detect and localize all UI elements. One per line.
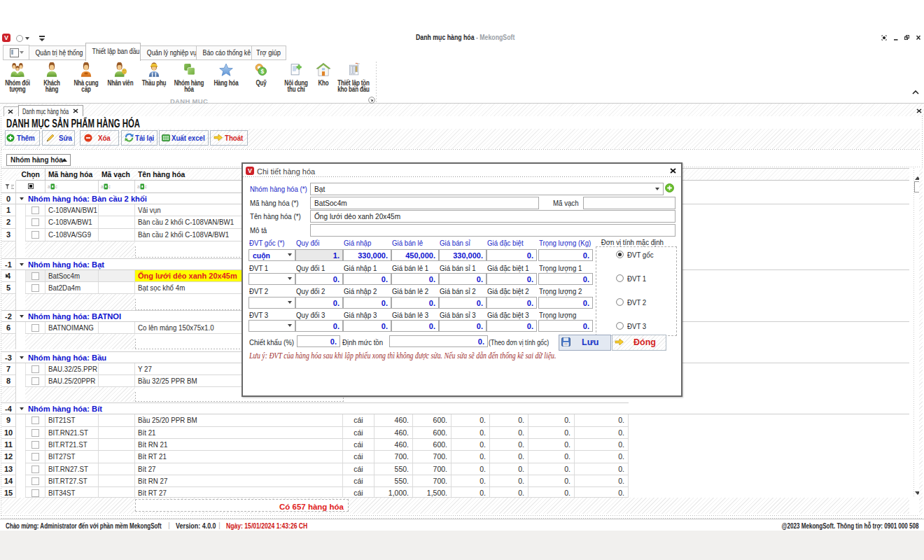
svg-text:c: c: [108, 184, 111, 189]
svg-text:a: a: [101, 184, 104, 189]
svg-text:$: $: [260, 69, 264, 75]
svg-text:a: a: [137, 184, 140, 189]
svg-text:c: c: [55, 184, 58, 189]
svg-text:c: c: [145, 184, 148, 189]
svg-text:a: a: [48, 184, 50, 189]
